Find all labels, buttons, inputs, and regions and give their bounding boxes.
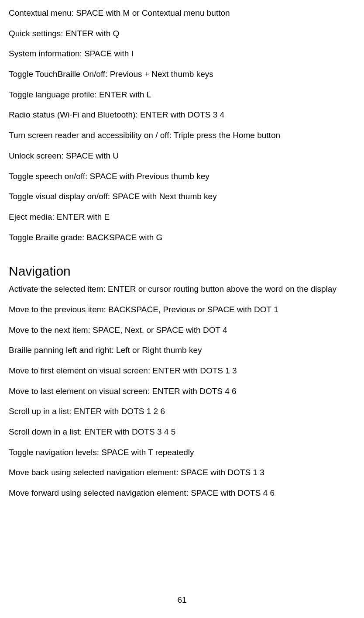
- shortcut-item: Quick settings: ENTER with Q: [9, 28, 355, 39]
- shortcut-item: Move to the previous item: BACKSPACE, Pr…: [9, 304, 355, 315]
- shortcut-item: Toggle visual display on/off: SPACE with…: [9, 191, 355, 202]
- shortcut-item: Activate the selected item: ENTER or cur…: [9, 284, 355, 295]
- shortcut-item: Braille panning left and right: Left or …: [9, 345, 355, 356]
- page-number: 61: [0, 595, 364, 605]
- shortcut-item: Toggle navigation levels: SPACE with T r…: [9, 447, 355, 458]
- shortcut-item: Scroll up in a list: ENTER with DOTS 1 2…: [9, 406, 355, 417]
- shortcut-item: Contextual menu: SPACE with M or Context…: [9, 8, 355, 19]
- shortcut-item: System information: SPACE with I: [9, 48, 355, 59]
- shortcut-item: Eject media: ENTER with E: [9, 212, 355, 223]
- shortcut-item: Toggle TouchBraille On/off: Previous + N…: [9, 69, 355, 80]
- shortcut-item: Scroll down in a list: ENTER with DOTS 3…: [9, 427, 355, 438]
- shortcut-item: Turn screen reader and accessibility on …: [9, 130, 355, 141]
- shortcut-item: Toggle Braille grade: BACKSPACE with G: [9, 232, 355, 243]
- shortcut-item: Radio status (Wi-Fi and Bluetooth): ENTE…: [9, 110, 355, 121]
- navigation-heading: Navigation: [9, 264, 355, 279]
- shortcut-item: Move to the next item: SPACE, Next, or S…: [9, 325, 355, 336]
- shortcut-item: Move back using selected navigation elem…: [9, 467, 355, 478]
- shortcut-item: Toggle speech on/off: SPACE with Previou…: [9, 171, 355, 182]
- shortcut-item: Move to first element on visual screen: …: [9, 366, 355, 376]
- shortcut-item: Toggle language profile: ENTER with L: [9, 90, 355, 100]
- shortcut-item: Move forward using selected navigation e…: [9, 488, 355, 499]
- shortcut-item: Unlock screen: SPACE with U: [9, 151, 355, 162]
- section-2: Activate the selected item: ENTER or cur…: [9, 284, 355, 499]
- shortcut-item: Move to last element on visual screen: E…: [9, 386, 355, 397]
- section-1: Contextual menu: SPACE with M or Context…: [9, 8, 355, 243]
